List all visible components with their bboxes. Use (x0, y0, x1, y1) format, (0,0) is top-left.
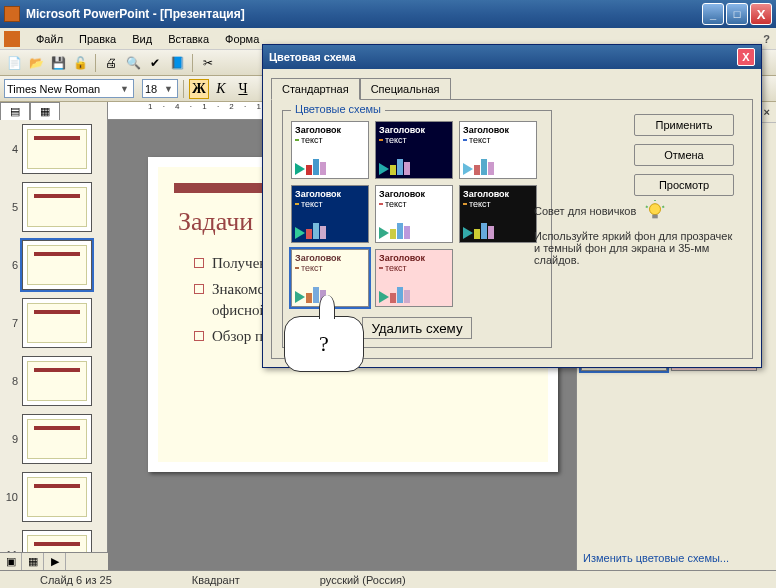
apply-button[interactable]: Применить (634, 114, 734, 136)
font-size-select[interactable]: 18▼ (142, 79, 178, 98)
window-title: Microsoft PowerPoint - [Презентация] (26, 7, 700, 21)
bold-button[interactable]: Ж (189, 79, 209, 99)
slide-thumbnail[interactable] (22, 124, 92, 174)
normal-view-icon[interactable]: ▣ (0, 553, 22, 570)
research-icon[interactable]: 📘 (167, 53, 187, 73)
tip-heading: Совет для новичков (534, 205, 636, 217)
color-scheme-option[interactable]: Заголовок текст (375, 121, 453, 179)
status-slide: Слайд 6 из 25 (0, 574, 152, 586)
menu-format[interactable]: Форма (217, 30, 267, 48)
preview-button[interactable]: Просмотр (634, 174, 734, 196)
titlebar: Microsoft PowerPoint - [Презентация] _ □… (0, 0, 776, 28)
print-icon[interactable]: 🖨 (101, 53, 121, 73)
save-icon[interactable]: 💾 (48, 53, 68, 73)
maximize-button[interactable]: □ (726, 3, 748, 25)
slide-thumbnail[interactable] (22, 182, 92, 232)
help-prompt[interactable]: ? (763, 33, 770, 45)
dialog-close-button[interactable]: X (737, 48, 755, 66)
menu-file[interactable]: Файл (28, 30, 71, 48)
permission-icon[interactable]: 🔓 (70, 53, 90, 73)
color-scheme-option[interactable]: Заголовок текст (459, 121, 537, 179)
status-template: Квадрант (152, 574, 280, 586)
slide-thumbnail[interactable] (22, 240, 92, 290)
slide-thumbnail[interactable] (22, 356, 92, 406)
svg-point-0 (650, 204, 661, 215)
tab-standard[interactable]: Стандартная (271, 78, 360, 100)
svg-rect-1 (653, 215, 659, 219)
slide-panel: ▤ ▦ 4 5 6 7 8 9 10 11 (0, 102, 108, 570)
outline-tab[interactable]: ▤ (0, 102, 30, 120)
open-icon[interactable]: 📂 (26, 53, 46, 73)
minimize-button[interactable]: _ (702, 3, 724, 25)
color-scheme-option[interactable]: Заголовок текст (291, 185, 369, 243)
color-scheme-option[interactable]: Заголовок текст (291, 121, 369, 179)
menu-edit[interactable]: Правка (71, 30, 124, 48)
spell-icon[interactable]: ✔ (145, 53, 165, 73)
status-lang: русский (Россия) (280, 574, 446, 586)
dialog-title: Цветовая схема (269, 51, 356, 63)
color-scheme-option[interactable]: Заголовок текст (375, 185, 453, 243)
slide-title[interactable]: Задачи (178, 207, 253, 237)
italic-button[interactable]: К (211, 79, 231, 99)
cut-icon[interactable]: ✂ (198, 53, 218, 73)
tip-box: Совет для новичков Используйте яркий фон… (534, 200, 734, 266)
slide-thumbnail[interactable] (22, 298, 92, 348)
edit-color-schemes-link[interactable]: Изменить цветовые схемы... (577, 546, 776, 570)
slide-thumbnail[interactable] (22, 472, 92, 522)
preview-icon[interactable]: 🔍 (123, 53, 143, 73)
task-pane-close-icon[interactable]: × (764, 106, 770, 118)
slide-thumbnail[interactable] (22, 414, 92, 464)
close-button[interactable]: X (750, 3, 772, 25)
lightbulb-icon (644, 200, 666, 222)
delete-scheme-button[interactable]: Удалить схему (362, 317, 472, 339)
callout-bubble: ? (284, 316, 364, 372)
tab-custom[interactable]: Специальная (360, 78, 451, 100)
powerpoint-icon (4, 6, 20, 22)
cancel-button[interactable]: Отмена (634, 144, 734, 166)
slideshow-view-icon[interactable]: ▶ (44, 553, 66, 570)
font-name-select[interactable]: Times New Roman▼ (4, 79, 134, 98)
underline-button[interactable]: Ч (233, 79, 253, 99)
view-buttons: ▣ ▦ ▶ (0, 552, 108, 570)
doc-icon[interactable] (4, 31, 20, 47)
menu-view[interactable]: Вид (124, 30, 160, 48)
color-scheme-option[interactable]: Заголовок текст (459, 185, 537, 243)
sorter-view-icon[interactable]: ▦ (22, 553, 44, 570)
slides-tab[interactable]: ▦ (30, 102, 60, 120)
tip-body: Используйте яркий фон для прозрачек и те… (534, 230, 734, 266)
menu-insert[interactable]: Вставка (160, 30, 217, 48)
new-icon[interactable]: 📄 (4, 53, 24, 73)
color-scheme-option[interactable]: Заголовок текст (375, 249, 453, 307)
fieldset-legend: Цветовые схемы (291, 103, 385, 115)
status-bar: Слайд 6 из 25 Квадрант русский (Россия) (0, 570, 776, 588)
